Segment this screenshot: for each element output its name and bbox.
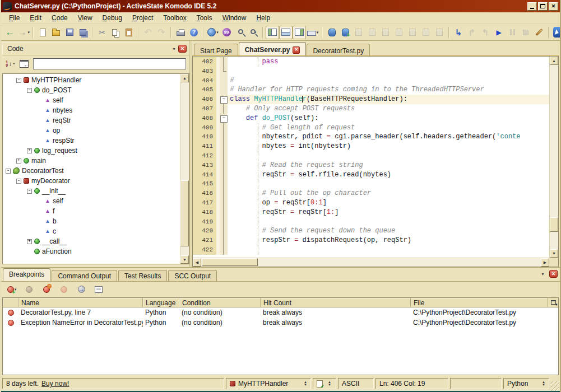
bottom-panel-menu-button[interactable]: ▾ (539, 270, 547, 278)
scroll-down-button[interactable]: ▼ (180, 255, 189, 264)
menu-project[interactable]: Project (128, 13, 157, 23)
menu-toolbox[interactable]: Toolbox (159, 13, 191, 23)
file-status-selector[interactable]: ▲▼ (313, 378, 336, 389)
menu-view[interactable]: View (73, 13, 97, 23)
open-file-button[interactable] (49, 26, 63, 39)
code-text[interactable]: # Pull out the op character (228, 189, 549, 198)
tree-item-c[interactable]: ▲c (3, 226, 179, 236)
tree-expander[interactable]: - (27, 189, 32, 194)
breakpoint-row[interactable]: Exception NameError in DecoratorTest.pyP… (3, 318, 558, 328)
column-picker-button[interactable] (548, 298, 558, 307)
tab-close-icon[interactable]: ✕ (293, 46, 300, 54)
scroll-thumb[interactable] (180, 180, 189, 246)
tool-3-button[interactable] (352, 26, 365, 39)
code-text[interactable]: op = reqStr[0:1] (228, 198, 549, 208)
code-text[interactable]: # Read the request string (228, 161, 549, 170)
tab-chatserver-py[interactable]: ChatServer.py✕ (239, 42, 307, 55)
dropdown-arrow-icon[interactable]: ▾ (216, 30, 219, 35)
tool-8-button[interactable] (419, 26, 433, 39)
tree-expander[interactable]: - (27, 88, 32, 93)
print-button[interactable] (174, 26, 187, 39)
tree-item-logrequest[interactable]: +log_request (3, 146, 179, 156)
tree-item-main[interactable]: +main (3, 156, 179, 166)
ui-layout-button[interactable]: ▾ (306, 26, 319, 39)
code-text[interactable] (228, 67, 549, 76)
language-selector[interactable]: Python ▲▼ (503, 378, 549, 389)
minimize-button[interactable] (527, 2, 537, 11)
save-all-button[interactable] (76, 26, 90, 39)
menu-file[interactable]: File (4, 13, 24, 23)
bottom-panel-close-button[interactable]: ✕ (549, 270, 558, 278)
new-file-button[interactable] (36, 26, 49, 39)
tree-item-afunction[interactable]: aFunction (3, 246, 179, 256)
tab-command-output[interactable]: Command Output (52, 270, 117, 281)
tool-6-button[interactable] (392, 26, 406, 39)
new-tool-button[interactable] (325, 26, 339, 39)
disable-breakpoints-button[interactable] (22, 283, 36, 296)
scroll-up-button[interactable]: ▲ (550, 57, 558, 65)
spinner-arrows[interactable]: ▲▼ (542, 381, 545, 386)
code-text[interactable]: # Send the request down the queue (228, 226, 549, 236)
show-left-pane-button[interactable] (266, 26, 279, 39)
redo-button[interactable] (155, 26, 168, 39)
buy-now-link[interactable]: Buy now! (41, 380, 69, 388)
tree-item-b[interactable]: ▲b (3, 216, 179, 226)
tree-expander[interactable]: + (16, 158, 21, 164)
code-text[interactable]: pass (228, 57, 549, 67)
add-tool-button[interactable] (339, 26, 352, 39)
code-text[interactable]: respStr = dispatchRequest(op, reqStr) (228, 236, 549, 245)
fold-margin[interactable] (220, 95, 228, 104)
menu-window[interactable]: Window (218, 13, 251, 23)
paste-button[interactable] (122, 26, 136, 39)
tree-item-myhttphandler[interactable]: -MyHTTPHandler (3, 75, 179, 85)
editor-horizontal-scrollbar[interactable]: ◀ ▶ (193, 258, 549, 267)
editor-vertical-scrollbar[interactable]: ▲ ▼ (549, 57, 558, 258)
code-text[interactable]: def do_POST(self): (228, 114, 549, 123)
code-filter-input[interactable] (33, 58, 186, 69)
scroll-right-button[interactable]: ▶ (541, 258, 549, 267)
copy-button[interactable] (109, 26, 122, 39)
go-continue-button[interactable] (492, 26, 506, 39)
tree-item-self[interactable]: ▲self (3, 196, 179, 206)
rx-toolkit-button[interactable] (220, 26, 233, 39)
tool-9-button[interactable] (433, 26, 446, 39)
forward-button[interactable]: ▾ (17, 26, 30, 39)
tree-item-call[interactable]: +__call__ (3, 236, 179, 246)
close-button[interactable]: ✕ (549, 2, 558, 11)
tree-item-reqstr[interactable]: ▲reqStr (3, 115, 179, 125)
breakpoint-properties-button[interactable] (92, 283, 105, 296)
tab-scc-output[interactable]: SCC Output (168, 270, 217, 281)
maximize-button[interactable] (538, 2, 548, 11)
menu-code[interactable]: Code (47, 13, 72, 23)
scope-selector[interactable]: MyHTTPHandler ▲▼ (226, 378, 311, 389)
scroll-left-button[interactable]: ◀ (193, 258, 201, 267)
code-text[interactable]: # Handler for HTTP requests coming in to… (228, 85, 549, 95)
code-text[interactable]: reqStr = self.rfile.read(nbytes) (228, 170, 549, 180)
menu-tools[interactable]: Tools (192, 13, 217, 23)
show-bottom-pane-button[interactable] (279, 26, 293, 39)
menu-debug[interactable]: Debug (98, 13, 127, 23)
debug-options-button[interactable] (532, 26, 546, 39)
locate-scope-button[interactable] (20, 60, 29, 68)
tree-item-dopost[interactable]: -do_POST (3, 85, 179, 95)
scroll-down-button[interactable]: ▼ (550, 249, 558, 258)
code-text[interactable] (228, 245, 549, 255)
menu-help[interactable]: Help (252, 13, 275, 23)
code-text[interactable]: nbytestr, pdict = cgi.parse_header(self.… (228, 132, 549, 142)
stop-button[interactable] (519, 26, 532, 39)
back-button[interactable] (3, 26, 17, 39)
browser-preview-button[interactable]: ▾ (206, 26, 220, 39)
column-header-condition[interactable]: Condition (179, 298, 261, 307)
tab-start-page[interactable]: Start Page (194, 44, 238, 55)
tool-7-button[interactable] (406, 26, 419, 39)
column-header-icon[interactable] (3, 298, 18, 307)
code-text[interactable]: class MyHTTPHandler(BaseHTTPRequestHandl… (228, 95, 549, 104)
tree-item-decoratortest[interactable]: -DecoratorTest (3, 166, 179, 176)
delete-breakpoint-button[interactable] (40, 283, 53, 296)
undo-button[interactable] (141, 26, 155, 39)
tree-item-nbytes[interactable]: ▲nbytes (3, 105, 179, 115)
resize-grip[interactable] (551, 381, 559, 391)
help-button[interactable] (187, 26, 201, 39)
tree-vertical-scrollbar[interactable]: ▲ ▼ (180, 74, 189, 264)
tool-5-button[interactable] (379, 26, 392, 39)
